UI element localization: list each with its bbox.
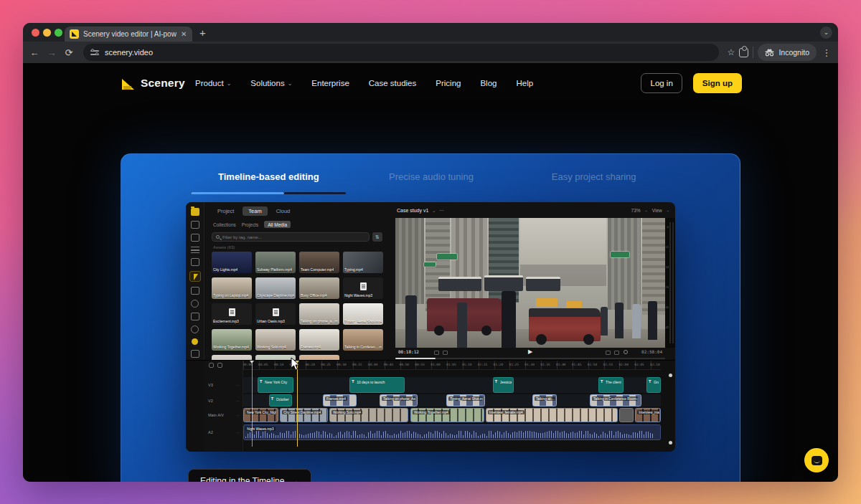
play-button[interactable]: ▶ bbox=[528, 348, 532, 355]
login-button[interactable]: Log in bbox=[641, 73, 682, 93]
timeline-clip-jessica-s[interactable]: TJessica S... bbox=[493, 377, 514, 393]
zoom-tool-icon[interactable] bbox=[191, 325, 199, 333]
chat-widget-button[interactable] bbox=[804, 448, 829, 472]
monitor-icon[interactable] bbox=[191, 258, 199, 266]
asset-tile[interactable] bbox=[299, 355, 339, 360]
timeline-clip-10-days-to-launch[interactable]: T10 days to launch bbox=[349, 377, 405, 393]
pen-tool-icon[interactable] bbox=[191, 287, 199, 295]
library-filter-all-media[interactable]: All Media bbox=[264, 221, 291, 228]
project-name-dropdown[interactable]: Case study v1 ⌄ — bbox=[397, 208, 443, 213]
asset-tile-working-solo-mp4[interactable]: Working Solo.mp4 bbox=[255, 329, 296, 351]
timeline-clip-october-2[interactable]: TOctober 2... bbox=[269, 394, 292, 406]
track-header-a2[interactable]: A2⋯ bbox=[204, 424, 243, 440]
scroll-handle-top[interactable] bbox=[669, 374, 672, 377]
timeline-clip-interview-male-mp[interactable]: Interview_male.mp... bbox=[635, 408, 661, 422]
preview-video[interactable] bbox=[395, 218, 665, 348]
asset-tile-busy-office-mp4[interactable]: Busy Office.mp4 bbox=[299, 277, 339, 299]
mark-out-icon[interactable] bbox=[443, 351, 448, 355]
tab-list-chevron-icon[interactable]: ⌄ bbox=[820, 27, 832, 39]
new-tab-button[interactable]: + bbox=[199, 27, 206, 39]
close-tab-icon[interactable]: ✕ bbox=[181, 31, 187, 38]
timeline-clip-new-york-city[interactable]: TNew York City bbox=[258, 377, 293, 393]
browser-menu-icon[interactable]: ⋮ bbox=[821, 47, 832, 58]
asset-tile-frames-mp4[interactable]: Frames.mp4 bbox=[299, 329, 339, 351]
asset-tile-subway-platform-mp4[interactable]: Subway Platform.mp4 bbox=[255, 252, 296, 273]
marker-line[interactable] bbox=[252, 361, 253, 447]
address-bar[interactable]: scenery.video bbox=[83, 44, 719, 61]
link-clips-icon[interactable] bbox=[217, 363, 222, 368]
asset-tile-cityscape-daytime-mp4[interactable]: Cityscape Daytime.mp4 bbox=[255, 277, 296, 299]
asset-tile-working-together-mp4[interactable]: Working Together.mp4 bbox=[212, 329, 252, 351]
nav-item-enterprise[interactable]: Enterprise bbox=[311, 79, 349, 87]
track-header-v3[interactable]: V3⋯ bbox=[204, 377, 243, 393]
asset-tile[interactable] bbox=[212, 355, 252, 360]
clapper-icon[interactable] bbox=[191, 234, 199, 242]
timeline-clip-talking-on-phone-aeria[interactable]: Talking on phone_Aeria... bbox=[380, 394, 418, 406]
timeline-clip-city-street-daytime-mp4[interactable]: City Street Daytime.mp4 bbox=[280, 408, 328, 422]
keyframe-icon[interactable] bbox=[192, 338, 198, 345]
zoom-window-button[interactable] bbox=[55, 29, 62, 37]
scroll-handle-bottom[interactable] bbox=[669, 441, 672, 444]
timeline-clip-the-client[interactable]: TThe client ... bbox=[598, 377, 624, 393]
select-tool-icon[interactable] bbox=[189, 271, 201, 282]
timeline-clip-working-together-mp4[interactable]: Working Together.mp4 bbox=[410, 408, 484, 422]
track-menu-icon[interactable]: ⋯ bbox=[236, 413, 240, 417]
feature-tab-easy-project-sharing[interactable]: Easy project sharing bbox=[512, 171, 675, 194]
preview-scrubber[interactable] bbox=[395, 358, 665, 359]
clock-icon[interactable] bbox=[191, 300, 199, 308]
move-tool-icon[interactable] bbox=[191, 350, 199, 358]
signup-button[interactable]: Sign up bbox=[693, 73, 742, 93]
media-folder-icon[interactable] bbox=[191, 208, 199, 216]
asset-tile-urban-oasis-mp3[interactable]: Urban Oasis.mp3 bbox=[255, 303, 296, 325]
timeline-clip-new-york-city-nigh[interactable]: New York City_Nigh... bbox=[243, 408, 278, 422]
view-dropdown[interactable]: View bbox=[652, 208, 662, 213]
asset-tile-talking-on-phone-a-mp4[interactable]: Talking on phone_a...mp4 bbox=[299, 303, 339, 325]
library-filter-collections[interactable]: Collections bbox=[213, 222, 236, 227]
track-menu-icon[interactable]: ⋯ bbox=[236, 430, 240, 434]
nav-item-solutions[interactable]: Solutions⌄ bbox=[250, 79, 292, 87]
timeline-clip-night-waves-mp3[interactable]: Night Waves.mp3 bbox=[243, 424, 661, 440]
feature-tab-timeline-based-editing[interactable]: Timeline-based editing bbox=[187, 171, 350, 194]
nav-item-case-studies[interactable]: Case studies bbox=[369, 79, 416, 87]
timeline-clip-typing-aerial-shot-m[interactable]: Typing_Aerial Shot.m... bbox=[446, 394, 485, 406]
mark-in-icon[interactable] bbox=[434, 351, 439, 355]
library-tab-cloud[interactable]: Cloud bbox=[270, 206, 296, 216]
playhead[interactable] bbox=[297, 361, 298, 447]
asset-tile-talking-in-conferen-mp4[interactable]: Talking in Conferen....mp4 bbox=[343, 329, 383, 351]
nav-item-pricing[interactable]: Pricing bbox=[436, 79, 461, 87]
cta-editing-timeline-button[interactable]: Editing in the Timeline → bbox=[188, 469, 311, 482]
asset-tile-team-computer-mp4[interactable]: Team Computer.mp4 bbox=[299, 252, 339, 273]
asset-tile-typing-mp4[interactable]: Typing.mp4 bbox=[343, 252, 383, 273]
timeline-clip-grace[interactable]: TGrace... bbox=[646, 377, 661, 393]
asset-tile-city-lights-mp4[interactable]: City Lights.mp4 bbox=[212, 252, 252, 273]
site-controls-icon[interactable] bbox=[90, 49, 99, 56]
timeline-clip-frames-mp4[interactable]: Frames.mp4 bbox=[323, 394, 357, 406]
asset-tile-excitement-mp3[interactable]: Excitement.mp3 bbox=[212, 303, 252, 325]
bookmark-star-icon[interactable]: ☆ bbox=[728, 47, 735, 57]
back-icon[interactable]: ← bbox=[26, 47, 43, 58]
library-tab-project[interactable]: Project bbox=[212, 206, 240, 216]
timeline-clip-gap[interactable] bbox=[619, 408, 634, 422]
timeline-clip-talking-ab[interactable]: Talking ab... bbox=[532, 394, 557, 406]
timeline-clip-working-solo-mp4[interactable]: Working Solo.mp4 bbox=[329, 408, 408, 422]
asset-tile-typing-aerial-shot-mp4[interactable]: Typing_Aerial Shot.mp4 bbox=[343, 303, 383, 325]
library-filter-projects[interactable]: Projects bbox=[242, 222, 258, 227]
asset-tile-typing-on-laptop-mp4[interactable]: Typing on Laptop.mp4 bbox=[212, 277, 252, 299]
close-window-button[interactable] bbox=[32, 29, 39, 37]
minimize-window-button[interactable] bbox=[43, 29, 51, 37]
asset-tile-night-waves-mp3[interactable]: Night Waves.mp3 bbox=[343, 277, 383, 299]
track-header-v2[interactable]: V2⋯ bbox=[204, 394, 243, 406]
extensions-icon[interactable] bbox=[739, 48, 748, 57]
adjust-sliders-icon[interactable] bbox=[191, 247, 199, 253]
timeline-ruler[interactable]: 00:0000:0500:1000:1500:2000:2500:3000:35… bbox=[243, 361, 661, 370]
zoom-level[interactable]: 73% bbox=[631, 208, 641, 213]
frame-icon[interactable] bbox=[191, 221, 199, 229]
nav-item-blog[interactable]: Blog bbox=[480, 79, 497, 87]
fullscreen-icon[interactable] bbox=[614, 351, 619, 355]
sort-filter-button[interactable]: ⇅ bbox=[372, 232, 382, 242]
scissors-icon[interactable] bbox=[191, 313, 199, 320]
fit-screen-icon[interactable] bbox=[606, 351, 611, 355]
browser-tab[interactable]: Scenery video editor | AI-pow ✕ bbox=[65, 27, 192, 42]
library-tab-team[interactable]: Team bbox=[243, 206, 267, 216]
track-menu-icon[interactable]: ⋯ bbox=[236, 383, 240, 387]
